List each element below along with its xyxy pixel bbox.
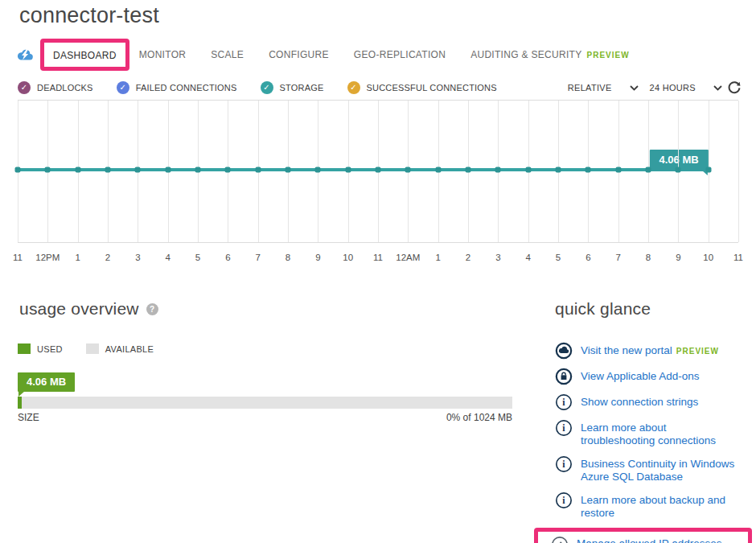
database-cloud-icon [16,48,34,61]
storage-data-point [525,167,531,173]
storage-data-point [676,167,681,173]
metric-storage[interactable]: ✓ STORAGE [261,81,324,94]
info-icon: i [555,455,573,473]
metric-deadlocks[interactable]: ✓ DEADLOCKS [18,81,93,94]
metrics-chart-plot: 4.06 MB [18,100,738,243]
storage-data-point [225,167,231,173]
usage-overview-section: usage overview ? USED AVAILABLE 4.06 MB … [18,299,512,423]
chevron-down-icon[interactable] [713,85,722,91]
x-tick-label: 4 [165,253,170,262]
x-tick-label: 2 [466,253,470,262]
x-tick-label: 7 [615,253,620,262]
storage-data-point [105,167,111,173]
storage-data-point [495,167,501,173]
x-tick-label: 1 [435,253,440,262]
usage-legend: USED AVAILABLE [18,343,512,354]
quick-glance-section: quick glance Visit the new portalPREVIEW [555,299,752,543]
x-tick-label: 9 [315,253,320,262]
tab-monitor[interactable]: MONITOR [139,49,187,60]
metrics-toolbar: ✓ DEADLOCKS ✓ FAILED CONNECTIONS ✓ STORA… [18,80,742,96]
link-business-continuity[interactable]: i Business Continuity in Windows Azure S… [555,455,752,483]
link-show-connection-strings[interactable]: i Show connection strings [555,393,752,411]
page-title: connector-test [19,3,159,28]
addon-bag-icon [555,368,573,385]
storage-data-point [435,167,441,173]
preview-badge: PREVIEW [676,347,719,356]
svg-text:i: i [562,397,565,408]
storage-data-point [585,167,591,173]
x-tick-label: 9 [676,253,680,262]
storage-data-point [165,167,171,173]
azure-sql-dashboard-page: connector-test DASHBOARD MONITOR SCALE C… [0,0,756,543]
link-backup-restore[interactable]: i Learn more about backup and restore [555,492,752,520]
question-mark-icon[interactable]: ? [146,303,158,315]
manage-ip-highlight-annotation: Manage allowed IP addresses [534,528,752,543]
x-tick-label: 11 [373,253,383,262]
usage-overview-title: usage overview ? [18,299,512,319]
used-label: USED [37,344,63,354]
x-tick-label: 2 [105,253,110,262]
x-tick-label: 5 [195,253,200,262]
storage-data-point [45,167,51,173]
storage-data-point [195,167,201,173]
svg-text:i: i [562,459,565,470]
x-tick-label: 12AM [396,253,420,262]
quick-glance-title: quick glance [555,299,752,319]
storage-series-line [18,168,709,171]
storage-data-point [75,167,80,173]
time-controls: RELATIVE 24 HOURS [568,80,742,95]
tab-configure[interactable]: CONFIGURE [269,49,329,60]
storage-data-point [135,167,141,173]
link-view-addons[interactable]: View Applicable Add-ons [555,368,752,385]
chart-x-axis: 1112PM123456789101112AM1234567891011 [18,253,738,265]
tab-bar: DASHBOARD MONITOR SCALE CONFIGURE GEO-RE… [16,40,748,69]
x-tick-label: 7 [255,253,260,262]
x-tick-label: 11 [13,253,23,262]
storage-data-point [466,167,471,173]
duration-dropdown[interactable]: 24 HOURS [650,83,696,93]
info-icon: i [555,419,573,437]
x-tick-label: 1 [75,253,80,262]
storage-data-point [315,167,321,173]
link-visit-new-portal[interactable]: Visit the new portalPREVIEW [555,342,752,360]
storage-data-point [646,167,651,173]
storage-data-point [255,167,261,173]
used-swatch-icon [18,343,31,354]
x-tick-label: 10 [343,253,353,262]
usage-caption: SIZE 0% of 1024 MB [18,412,512,423]
relative-dropdown[interactable]: RELATIVE [568,83,612,93]
used-size-badge: 4.06 MB [18,372,75,392]
x-tick-label: 3 [495,253,500,262]
x-tick-label: 12PM [35,253,60,262]
storage-data-point [556,167,561,173]
tab-scale[interactable]: SCALE [211,49,244,60]
metric-successful-connections[interactable]: ✓ SUCCESSFUL CONNECTIONS [347,81,497,94]
cloud-circle-icon [555,342,573,360]
storage-data-point [345,167,351,173]
size-label: SIZE [18,412,39,423]
chevron-down-icon[interactable] [630,85,639,91]
storage-data-point [376,167,381,173]
x-tick-label: 8 [646,253,651,262]
storage-data-point [615,167,621,173]
storage-usage-bar-fill [18,397,22,409]
x-tick-label: 5 [556,253,561,262]
link-manage-allowed-ip[interactable]: Manage allowed IP addresses [551,535,722,543]
tab-geo-replication[interactable]: GEO-REPLICATION [354,49,446,60]
metric-failed-connections[interactable]: ✓ FAILED CONNECTIONS [117,81,237,94]
x-tick-label: 6 [585,253,590,262]
storage-data-point [705,167,711,173]
svg-text:i: i [562,495,565,506]
x-tick-label: 8 [286,253,290,262]
tab-auditing-security[interactable]: AUDITING & SECURITYPREVIEW [470,49,630,60]
check-circle-icon: ✓ [18,81,31,94]
x-tick-label: 10 [703,253,713,262]
chart-gridline [738,101,739,242]
available-swatch-icon [86,343,99,354]
x-tick-label: 3 [135,253,140,262]
tab-dashboard[interactable]: DASHBOARD [53,50,117,61]
storage-data-point [15,167,21,173]
link-troubleshooting-connections[interactable]: i Learn more about troubleshooting conne… [555,419,752,447]
check-circle-icon: ✓ [261,81,273,94]
refresh-icon[interactable] [727,80,742,95]
